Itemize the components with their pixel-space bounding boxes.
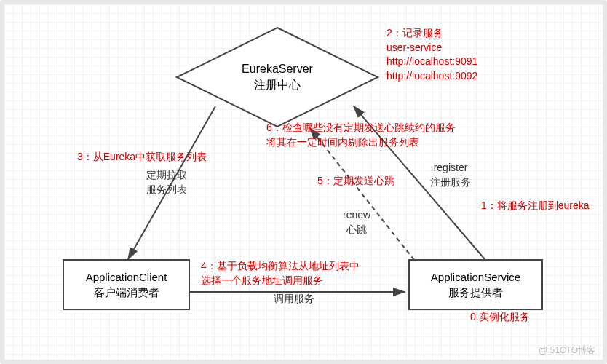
anno-3: 3：从Eureka中获取服务列表 <box>77 150 207 165</box>
diagram-canvas: EurekaServer 注册中心 ApplicationClient 客户端消… <box>0 0 607 364</box>
node-eureka-server: EurekaServer 注册中心 <box>175 26 379 128</box>
client-subtitle: 客户端消费者 <box>70 285 183 300</box>
anno-2: 2：记录服务 user-service http://localhost:909… <box>386 26 477 83</box>
label-invoke: 调用服务 <box>274 292 314 306</box>
label-renew: renew 心跳 <box>343 208 370 237</box>
service-title: ApplicationService <box>416 269 536 285</box>
anno-6: 6：检查哪些没有定期发送心跳续约的服务 将其在一定时间内剔除出服务列表 <box>266 121 456 149</box>
service-subtitle: 服务提供者 <box>416 285 536 300</box>
anno-0: 0.实例化服务 <box>470 310 530 325</box>
node-application-client: ApplicationClient 客户端消费者 <box>63 259 190 310</box>
anno-4: 4：基于负载均衡算法从地址列表中 选择一个服务地址调用服务 <box>201 259 360 288</box>
client-title: ApplicationClient <box>70 269 183 285</box>
anno-5: 5：定期发送心跳 <box>317 174 394 189</box>
label-pull: 定期拉取 服务列表 <box>146 168 187 197</box>
anno-1: 1：将服务注册到eureka <box>481 199 590 213</box>
watermark: @ 51CTO博客 <box>539 344 595 357</box>
label-register: register 注册服务 <box>430 161 471 189</box>
server-subtitle: 注册中心 <box>242 77 313 93</box>
node-application-service: ApplicationService 服务提供者 <box>408 259 543 310</box>
server-title: EurekaServer <box>242 61 313 77</box>
